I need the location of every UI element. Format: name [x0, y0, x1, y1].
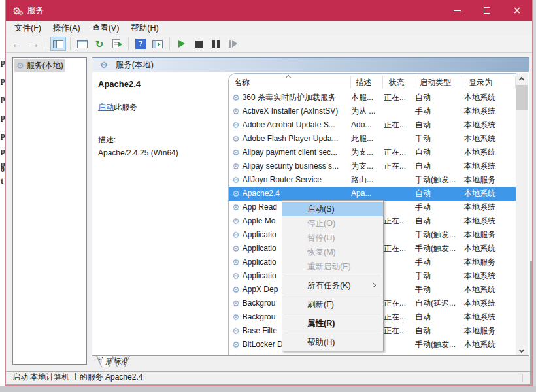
service-name: Adobe Acrobat Update S...	[243, 118, 335, 132]
window-frame	[6, 384, 532, 385]
service-row[interactable]: ⚙360 杀毒实时防护加载服务本服...正在...自动本地系统	[229, 91, 516, 105]
service-status-cell: 正在...	[384, 91, 415, 105]
service-row[interactable]: ⚙Apache2.4Apa...自动本地系统	[229, 187, 516, 201]
service-logon-cell: 本地系统	[464, 201, 516, 214]
service-startup-type-cell: 手动	[415, 269, 464, 283]
restart-service-button[interactable]	[225, 37, 241, 51]
service-name: AppX Dep	[243, 283, 278, 297]
service-name: Apple Mo	[243, 214, 276, 228]
service-name-cell: ⚙ActiveX Installer (AxInstSV)	[229, 105, 351, 118]
description-text: Apache/2.4.25 (Win64)	[98, 148, 178, 157]
menu-file[interactable]: 文件(F)	[8, 21, 47, 36]
service-row[interactable]: ⚙ActiveX Installer (AxInstSV)为从 ...手动本地系…	[229, 105, 516, 118]
service-name: Applicatio	[243, 242, 276, 255]
refresh-button[interactable]: ↻	[92, 37, 107, 51]
maximize-button[interactable]	[472, 0, 502, 21]
start-service-icon	[178, 40, 185, 48]
service-desc-cell: 路由...	[351, 173, 384, 187]
service-gear-icon: ⚙	[232, 135, 240, 143]
background-text-fragment: p	[1, 146, 5, 156]
service-row[interactable]: ⚙Alipay security business s...为支...正在...…	[229, 159, 516, 173]
selected-service-name: Apache2.4	[98, 79, 141, 89]
menu-view[interactable]: 查看(V)	[86, 21, 126, 36]
export-list-button[interactable]	[109, 37, 124, 51]
window-title: 服务	[27, 5, 44, 16]
service-name: Alipay security business s...	[243, 159, 339, 173]
help-button[interactable]: ?	[133, 37, 148, 51]
show-action-pane-button[interactable]	[150, 37, 165, 51]
scroll-up-button[interactable]	[516, 73, 528, 84]
service-row[interactable]: ⚙Adobe Flash Player Upda...此服...手动本地系统	[229, 132, 516, 146]
service-desc-cell: 本服...	[351, 91, 384, 105]
minimize-button[interactable]	[442, 0, 472, 21]
service-status-cell	[384, 228, 415, 242]
context-menu-item: 停止(O)	[282, 216, 383, 231]
service-status-cell: 正在...	[384, 242, 415, 255]
service-startup-type-cell: 手动	[415, 283, 464, 297]
service-logon-cell: 本地系统	[464, 105, 516, 118]
service-row[interactable]: ⚙AllJoyn Router Service路由...手动(触发...本地服务	[229, 173, 516, 187]
service-startup-type-cell: 自动	[415, 214, 464, 228]
service-name-cell: ⚙AllJoyn Router Service	[229, 173, 351, 187]
context-menu-item[interactable]: 启动(S)	[282, 202, 383, 216]
pause-service-button[interactable]	[208, 37, 224, 51]
service-gear-icon: ⚙	[232, 313, 240, 321]
column-header-4[interactable]: 启动类型	[414, 76, 463, 88]
view-tabs: 扩展标准	[92, 356, 529, 371]
background-text-fragment: p	[1, 131, 5, 140]
service-name-cell: ⚙Adobe Flash Player Upda...	[229, 132, 351, 146]
context-menu-separator	[284, 333, 381, 333]
context-menu-item[interactable]: 帮助(H)	[282, 335, 383, 350]
toolbar-separator	[46, 37, 46, 50]
service-logon-cell: 本地系统	[464, 269, 516, 283]
context-menu-item[interactable]: 属性(R)	[282, 316, 383, 331]
column-header-5[interactable]: 登录为	[463, 76, 516, 88]
service-status-cell: 正在...	[384, 214, 415, 228]
chevron-up-icon	[519, 76, 524, 82]
export-list-icon	[112, 39, 120, 48]
service-gear-icon: ⚙	[232, 189, 240, 198]
menu-help[interactable]: 帮助(H)	[125, 21, 164, 36]
service-action-suffix: 此服务	[114, 103, 137, 112]
scroll-down-button[interactable]	[516, 346, 528, 356]
properties-button[interactable]	[75, 37, 90, 51]
service-startup-type-cell: 自动	[415, 310, 464, 324]
service-logon-cell: 本地服务	[464, 173, 516, 187]
service-gear-icon: ⚙	[232, 176, 240, 184]
forward-button[interactable]: →	[26, 37, 42, 51]
service-row[interactable]: ⚙Adobe Acrobat Update S...Ado...正在...自动本…	[229, 118, 516, 132]
status-text: 启动 本地计算机 上的服务 Apache2.4	[12, 372, 142, 383]
background-text-fragment: t	[1, 176, 3, 186]
service-name: Apache2.4	[243, 187, 280, 201]
stop-service-button[interactable]	[191, 37, 207, 51]
show-console-tree-button[interactable]	[50, 37, 66, 51]
column-header-3[interactable]: 状态	[383, 76, 414, 88]
context-menu-item[interactable]: 所有任务(K)	[282, 278, 383, 293]
service-status-cell	[384, 255, 415, 269]
tab-label: 扩展	[97, 356, 114, 367]
service-name: Base Filte	[243, 324, 277, 338]
column-header-2[interactable]: 描述	[351, 76, 384, 88]
service-gear-icon: ⚙	[232, 244, 240, 253]
close-button[interactable]: ×	[502, 0, 532, 21]
titlebar[interactable]: ⚙⚙ 服务 ×	[6, 0, 532, 21]
start-service-link[interactable]: 启动	[98, 103, 114, 112]
context-menu-separator	[284, 295, 381, 295]
tab-标准[interactable]: 标准	[112, 356, 130, 367]
scroll-thumb[interactable]	[516, 85, 528, 110]
service-logon-cell: 本地系统	[464, 118, 516, 132]
back-button[interactable]: ←	[9, 37, 25, 51]
help-icon: ?	[135, 39, 146, 49]
context-menu-item[interactable]: 刷新(F)	[282, 297, 383, 312]
tab-扩展[interactable]: 扩展	[96, 356, 114, 367]
service-row[interactable]: ⚙Alipay payment client sec...为支...正在...自…	[229, 146, 516, 159]
pane-header: ⚙ 服务(本地)	[92, 57, 529, 72]
services-gear-icon: ⚙	[100, 61, 108, 69]
service-name-cell: ⚙Apache2.4	[229, 187, 351, 201]
tree-item-services-local[interactable]: ⚙ 服务(本地)	[14, 59, 65, 72]
start-service-button[interactable]	[174, 37, 190, 51]
vertical-scrollbar[interactable]	[516, 73, 528, 356]
service-startup-type-cell: 手动(触发...	[415, 173, 464, 187]
service-name-cell: ⚙Adobe Acrobat Update S...	[229, 118, 351, 132]
menu-action[interactable]: 操作(A)	[47, 21, 86, 36]
